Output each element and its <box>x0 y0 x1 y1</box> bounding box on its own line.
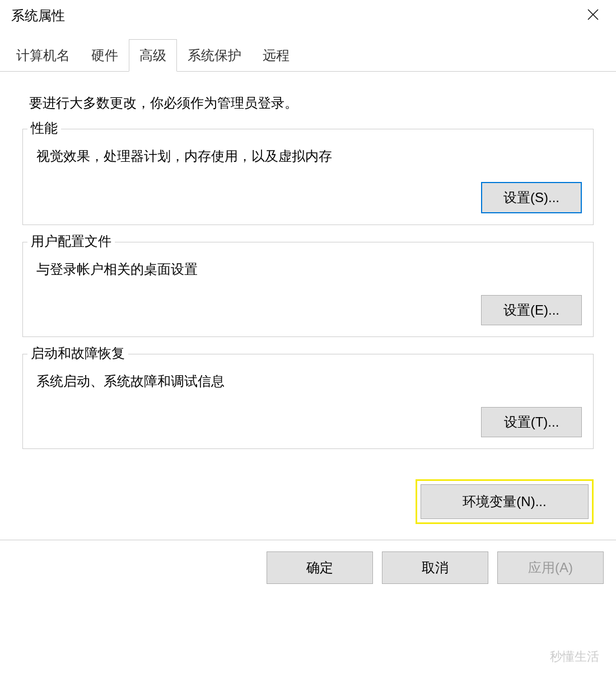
fieldset-performance: 性能 视觉效果，处理器计划，内存使用，以及虚拟内存 设置(S)... <box>22 129 594 225</box>
user-profiles-settings-button[interactable]: 设置(E)... <box>481 295 582 325</box>
dialog-footer: 确定 取消 应用(A) <box>0 540 616 595</box>
environment-variables-button[interactable]: 环境变量(N)... <box>421 484 589 519</box>
user-profiles-desc: 与登录帐户相关的桌面设置 <box>36 260 582 278</box>
performance-desc: 视觉效果，处理器计划，内存使用，以及虚拟内存 <box>36 147 582 165</box>
user-profiles-legend: 用户配置文件 <box>27 232 115 250</box>
startup-settings-button[interactable]: 设置(T)... <box>481 407 582 437</box>
performance-legend: 性能 <box>27 119 61 137</box>
cancel-button[interactable]: 取消 <box>382 551 488 584</box>
startup-legend: 启动和故障恢复 <box>27 344 128 362</box>
tab-advanced[interactable]: 高级 <box>129 39 177 72</box>
tab-computer-name[interactable]: 计算机名 <box>6 39 81 71</box>
tab-system-protection[interactable]: 系统保护 <box>177 39 252 71</box>
startup-desc: 系统启动、系统故障和调试信息 <box>36 372 582 390</box>
env-var-highlight: 环境变量(N)... <box>416 479 594 524</box>
close-icon[interactable] <box>581 6 605 26</box>
watermark: 秒懂生活 <box>550 648 599 665</box>
ok-button[interactable]: 确定 <box>267 551 373 584</box>
performance-settings-button[interactable]: 设置(S)... <box>481 182 582 213</box>
fieldset-startup: 启动和故障恢复 系统启动、系统故障和调试信息 设置(T)... <box>22 354 594 449</box>
intro-text: 要进行大多数更改，你必须作为管理员登录。 <box>29 94 588 112</box>
tab-remote[interactable]: 远程 <box>252 39 300 71</box>
tab-bar: 计算机名 硬件 高级 系统保护 远程 <box>0 39 616 72</box>
fieldset-user-profiles: 用户配置文件 与登录帐户相关的桌面设置 设置(E)... <box>22 242 594 337</box>
window-title: 系统属性 <box>11 7 65 25</box>
apply-button[interactable]: 应用(A) <box>497 551 604 584</box>
tab-hardware[interactable]: 硬件 <box>81 39 129 71</box>
